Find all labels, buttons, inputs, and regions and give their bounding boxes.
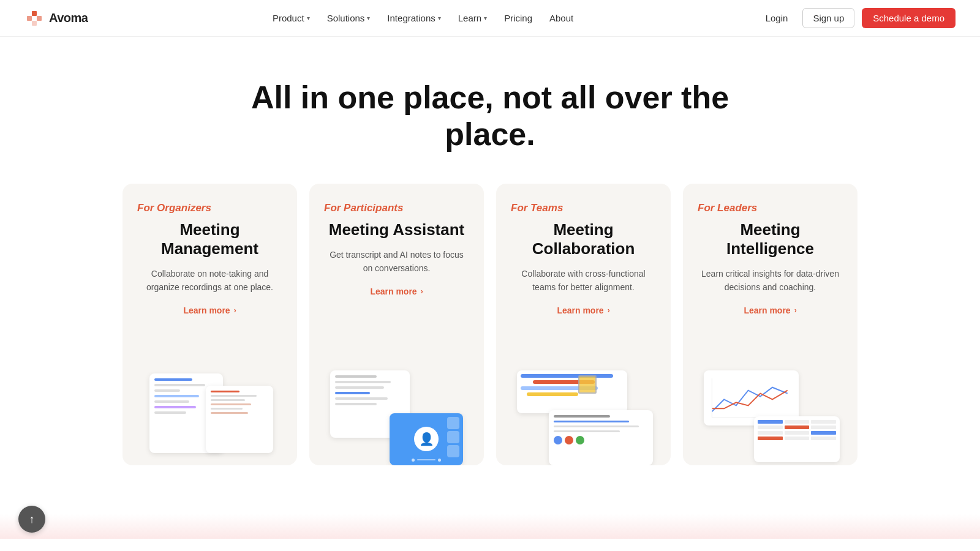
learn-more-intelligence[interactable]: Learn more › xyxy=(698,305,843,315)
svg-rect-2 xyxy=(37,16,42,21)
svg-rect-3 xyxy=(32,21,37,26)
arrow-icon: › xyxy=(421,287,423,296)
login-button[interactable]: Login xyxy=(758,9,796,27)
learn-more-collaboration[interactable]: Learn more › xyxy=(511,305,656,315)
mock-timeline xyxy=(517,370,627,413)
hero-title: All in one place, not all over the place… xyxy=(214,80,766,153)
card-desc-intelligence: Learn critical insights for data-driven … xyxy=(698,267,843,294)
nav-integrations[interactable]: Integrations ▾ xyxy=(380,9,448,27)
svg-rect-1 xyxy=(27,16,32,21)
card-title-collaboration: Meeting Collaboration xyxy=(511,220,656,258)
signup-button[interactable]: Sign up xyxy=(802,8,854,28)
logo-icon xyxy=(24,9,44,28)
chevron-down-icon: ▾ xyxy=(367,15,370,21)
card-tag-organizers: For Organizers xyxy=(137,202,282,214)
card-meeting-management: For Organizers Meeting Management Collab… xyxy=(123,184,297,465)
card-image-assistant: 👤 xyxy=(324,311,469,465)
mock-share xyxy=(549,410,653,465)
chart-svg xyxy=(709,375,794,421)
cards-grid: For Organizers Meeting Management Collab… xyxy=(123,184,858,465)
card-desc-collaboration: Collaborate with cross-functional teams … xyxy=(511,267,656,294)
cards-section: For Organizers Meeting Management Collab… xyxy=(0,184,980,502)
learn-more-management[interactable]: Learn more › xyxy=(137,305,282,315)
card-meeting-intelligence: For Leaders Meeting Intelligence Learn c… xyxy=(683,184,858,465)
card-meeting-collaboration: For Teams Meeting Collaboration Collabor… xyxy=(496,184,671,465)
mock-collaboration-ui xyxy=(511,367,656,465)
nav-product[interactable]: Product ▾ xyxy=(265,9,317,27)
arrow-icon: › xyxy=(234,306,236,315)
card-title-intelligence: Meeting Intelligence xyxy=(698,220,843,258)
mock-video: 👤 xyxy=(390,413,463,465)
mock-assistant-ui: 👤 xyxy=(324,367,469,465)
card-title-management: Meeting Management xyxy=(137,220,282,258)
bottom-wave xyxy=(0,514,980,539)
mock-template xyxy=(206,386,273,453)
card-desc-management: Collaborate on note-taking and organize … xyxy=(137,267,282,294)
chevron-down-icon: ▾ xyxy=(484,15,487,21)
card-meeting-assistant: For Participants Meeting Assistant Get t… xyxy=(309,184,484,465)
brand-name: Avoma xyxy=(49,11,88,25)
mock-data-table xyxy=(754,416,840,462)
scroll-up-button[interactable]: ↑ xyxy=(18,506,45,533)
card-tag-teams: For Teams xyxy=(511,202,656,214)
nav-about[interactable]: About xyxy=(542,9,581,27)
svg-rect-0 xyxy=(32,11,37,16)
nav-pricing[interactable]: Pricing xyxy=(497,9,540,27)
learn-more-assistant[interactable]: Learn more › xyxy=(324,287,469,296)
card-desc-assistant: Get transcript and AI notes to focus on … xyxy=(324,248,469,276)
navbar: Avoma Product ▾ Solutions ▾ Integrations… xyxy=(0,0,980,37)
arrow-icon: › xyxy=(794,306,797,315)
card-tag-participants: For Participants xyxy=(324,202,469,214)
nav-links: Product ▾ Solutions ▾ Integrations ▾ Lea… xyxy=(265,9,581,27)
chevron-down-icon: ▾ xyxy=(307,15,310,21)
mock-management-ui xyxy=(137,367,282,465)
chevron-down-icon: ▾ xyxy=(438,15,441,21)
arrow-icon: › xyxy=(608,306,610,315)
card-image-collaboration xyxy=(511,330,656,465)
mock-intelligence-ui xyxy=(698,367,843,465)
logo[interactable]: Avoma xyxy=(24,9,88,28)
card-image-intelligence xyxy=(698,330,843,465)
nav-learn[interactable]: Learn ▾ xyxy=(451,9,494,27)
nav-right: Login Sign up Schedule a demo xyxy=(758,8,956,28)
card-image-management xyxy=(137,330,282,465)
card-title-assistant: Meeting Assistant xyxy=(324,220,469,239)
hero-section: All in one place, not all over the place… xyxy=(0,37,980,184)
avatar-icon: 👤 xyxy=(414,427,439,451)
schedule-demo-button[interactable]: Schedule a demo xyxy=(862,8,956,28)
card-tag-leaders: For Leaders xyxy=(698,202,843,214)
nav-solutions[interactable]: Solutions ▾ xyxy=(320,9,378,27)
